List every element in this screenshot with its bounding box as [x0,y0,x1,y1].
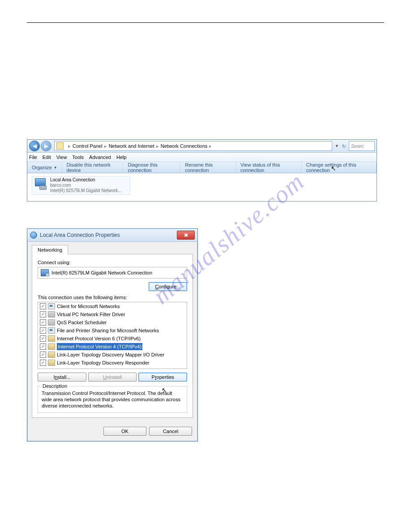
item-label: Link-Layer Topology Discovery Mapper I/O… [57,351,164,358]
breadcrumb-item[interactable]: Control Panel [73,143,103,149]
description-group: Description Transmission Control Protoco… [38,386,187,413]
checkbox[interactable]: ✓ [40,303,46,309]
connections-area: Local Area Connection barco.com Intel(R)… [27,173,377,201]
connection-properties-dialog: Local Area Connection Properties ✖ Netwo… [27,228,198,442]
items-label: This connection uses the following items… [38,295,187,300]
list-item[interactable]: ✓ QoS Packet Scheduler [38,318,187,326]
dialog-title: Local Area Connection Properties [40,232,177,238]
service-icon [48,311,55,317]
search-placeholder: Searc [351,143,364,149]
menu-advanced[interactable]: Advanced [89,154,111,160]
breadcrumb-sep: ▸ [104,143,107,149]
configure-button[interactable]: Configure... [149,282,187,291]
menu-view[interactable]: View [56,154,67,160]
menu-edit[interactable]: Edit [43,154,51,160]
menu-file[interactable]: File [29,154,37,160]
network-adapter-icon [33,177,47,192]
menu-help[interactable]: Help [116,154,127,160]
breadcrumb-icon [56,142,64,150]
item-label: Link-Layer Topology Discovery Responder [57,359,149,366]
close-button[interactable]: ✖ [177,231,195,240]
dialog-title-icon [30,232,37,239]
page-divider [27,22,384,23]
dialog-titlebar: Local Area Connection Properties ✖ [27,229,197,242]
breadcrumb-item[interactable]: Network and Internet [109,143,154,149]
list-item[interactable]: ✓ Link-Layer Topology Discovery Responde… [38,359,187,367]
breadcrumb[interactable]: ▸ Control Panel ▸ Network and Internet ▸… [54,141,332,151]
item-label: Client for Microsoft Networks [57,303,120,310]
checkbox[interactable]: ✓ [40,311,46,317]
item-buttons: Install... Uninstall Properties [38,373,187,382]
checkbox[interactable]: ✓ [40,319,46,326]
connect-using-label: Connect using: [38,260,187,265]
tab-panel: Connect using: Intel(R) 82579LM Gigabit … [32,254,193,418]
toolbar: Organize▼ Disable this network device Di… [27,162,377,173]
checkbox[interactable]: ✓ [40,352,46,358]
breadcrumb-sep: ▸ [68,143,71,149]
description-title: Description [41,383,69,389]
toolbar-diagnose[interactable]: Diagnose this connection [123,162,180,173]
toolbar-rename[interactable]: Rename this connection [180,162,236,173]
menu-tools[interactable]: Tools [72,154,84,160]
install-button[interactable]: Install... [38,373,86,382]
breadcrumb-dropdown-icon[interactable]: ▼ [335,144,339,148]
cancel-button[interactable]: Cancel [149,427,192,436]
toolbar-organize-label: Organize [32,165,52,170]
ok-button[interactable]: OK [103,427,146,436]
adapter-box: Intel(R) 82579LM Gigabit Network Connect… [38,267,187,279]
adapter-icon [41,269,49,276]
list-item-selected[interactable]: ✓ Internet Protocol Version 4 (TCP/IPv4) [38,343,187,351]
toolbar-organize[interactable]: Organize▼ [27,162,62,173]
list-item[interactable]: ✓ Internet Protocol Version 6 (TCP/IPv6) [38,335,187,343]
breadcrumb-sep: ▸ [156,143,159,149]
connection-device: Intel(R) 82579LM Gigabit Network... [50,188,122,193]
items-list[interactable]: ✓ Client for Microsoft Networks ✓ Virtua… [38,302,187,369]
item-label: Internet Protocol Version 4 (TCP/IPv4) [57,343,142,350]
tab-strip: Networking [32,245,193,254]
connection-title: Local Area Connection [50,177,122,183]
refresh-icon[interactable]: ↻ [340,142,348,150]
breadcrumb-sep: ▸ [209,143,212,149]
connection-domain: barco.com [50,183,122,188]
chevron-down-icon: ▼ [54,166,57,170]
protocol-icon [48,343,55,350]
checkbox[interactable]: ✓ [40,335,46,342]
nav-bar: ◀ ▶ ▸ Control Panel ▸ Network and Intern… [27,140,377,153]
breadcrumb-item[interactable]: Network Connections [161,143,208,149]
adapter-name: Intel(R) 82579LM Gigabit Network Connect… [51,270,152,275]
checkbox[interactable]: ✓ [40,327,46,334]
control-panel-window: ◀ ▶ ▸ Control Panel ▸ Network and Intern… [27,139,377,202]
list-item[interactable]: ✓ Client for Microsoft Networks [38,302,187,310]
protocol-icon [48,335,55,342]
dialog-footer: OK Cancel [27,422,197,441]
list-item[interactable]: ✓ Link-Layer Topology Discovery Mapper I… [38,351,187,359]
toolbar-change-settings[interactable]: Change settings of this connection [302,162,377,173]
service-icon [48,327,55,334]
tab-networking[interactable]: Networking [32,245,68,254]
item-label: File and Printer Sharing for Microsoft N… [57,327,159,334]
client-icon [48,303,55,309]
description-text: Transmission Control Protocol/Internet P… [42,390,180,408]
configure-label: onfigure... [159,284,181,289]
list-item[interactable]: ✓ File and Printer Sharing for Microsoft… [38,326,187,335]
checkbox[interactable]: ✓ [40,343,46,350]
connection-item[interactable]: Local Area Connection barco.com Intel(R)… [32,176,130,195]
back-button[interactable]: ◀ [29,141,40,151]
uninstall-button: Uninstall [88,373,137,382]
item-label: Internet Protocol Version 6 (TCP/IPv6) [57,335,141,342]
item-label: QoS Packet Scheduler [57,319,107,326]
list-item[interactable]: ✓ Virtual PC Network Filter Driver [38,310,187,318]
protocol-icon [48,352,55,358]
checkbox[interactable]: ✓ [40,360,46,366]
properties-button[interactable]: Properties [138,373,187,382]
toolbar-viewstatus[interactable]: View status of this connection [236,162,302,173]
service-icon [48,319,55,326]
forward-button[interactable]: ▶ [41,141,51,151]
toolbar-disable[interactable]: Disable this network device [62,162,124,173]
menu-bar: File Edit View Tools Advanced Help [27,153,377,162]
item-label: Virtual PC Network Filter Driver [57,311,125,318]
protocol-icon [48,360,55,366]
search-input[interactable]: Searc [349,141,375,151]
